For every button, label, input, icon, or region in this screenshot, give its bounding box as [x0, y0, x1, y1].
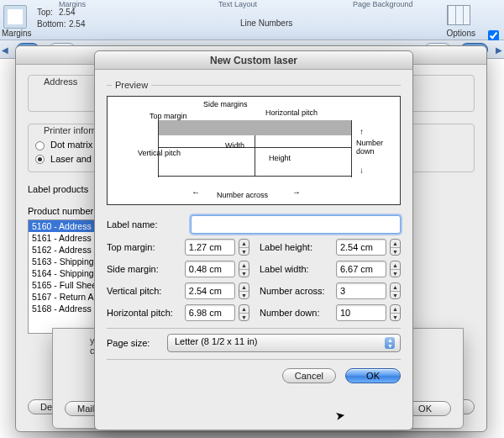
label-width-input[interactable]	[336, 261, 386, 277]
num-down-stepper[interactable]: ▲▼	[390, 304, 401, 321]
label-height-stepper[interactable]: ▲▼	[390, 239, 401, 256]
hpitch-lbl: Horizontal pitch:	[107, 308, 185, 318]
dot-matrix-label: Dot matrix	[50, 140, 92, 150]
radio-dot-matrix[interactable]	[35, 141, 45, 150]
side-margin-lbl: Side margin:	[107, 264, 185, 274]
side-margin-stepper[interactable]: ▲▼	[239, 261, 249, 277]
vpitch-input[interactable]	[185, 282, 235, 299]
margins-button-label[interactable]: Margins	[2, 29, 32, 38]
vpitch-stepper[interactable]: ▲▼	[239, 282, 249, 299]
d-hpitch: Horizontal pitch	[265, 108, 318, 117]
top-margin-label: Top:	[37, 8, 53, 17]
bottom-margin-label: Bottom:	[37, 19, 66, 29]
margins-icon[interactable]	[3, 5, 27, 29]
num-down-lbl: Number down:	[260, 308, 336, 318]
options-icon[interactable]	[447, 5, 470, 25]
preview-label: Preview	[112, 80, 151, 90]
preview-diagram: Top margin Side margins Horizontal pitch…	[107, 96, 401, 205]
side-margin-input[interactable]	[185, 261, 235, 277]
num-across-lbl: Number across:	[260, 286, 336, 296]
page-next-icon[interactable]: ▶	[494, 45, 504, 55]
label-width-lbl: Label width:	[260, 264, 336, 274]
page-size-lbl: Page size:	[107, 338, 167, 348]
vpitch-lbl: Vertical pitch:	[107, 286, 185, 296]
label-width-stepper[interactable]: ▲▼	[390, 261, 401, 277]
address-group-label: Address	[40, 77, 81, 87]
label-height-lbl: Label height:	[260, 242, 336, 252]
ribbon: Margins Margins Top: 2.54 Bottom: 2.54 T…	[0, 0, 504, 40]
custom-titlebar: New Custom laser	[95, 51, 412, 70]
top-margin-input[interactable]	[185, 239, 235, 256]
d-width: Width	[225, 141, 244, 150]
top-margin-value[interactable]: 2.54	[59, 8, 75, 17]
radio-laser[interactable]	[35, 155, 45, 164]
text-layout-header: Text Layout	[218, 0, 257, 8]
d-height: Height	[269, 154, 291, 162]
page-size-select[interactable]: Letter (8 1/2 x 11 in) ▲▼	[167, 334, 401, 352]
ok-button[interactable]: OK	[345, 368, 401, 383]
d-side-margins: Side margins	[203, 100, 248, 108]
bottom-margin-value[interactable]: 2.54	[69, 19, 85, 29]
num-down-input[interactable]	[336, 304, 386, 321]
top-margin-stepper[interactable]: ▲▼	[239, 239, 249, 256]
page-background-header: Page Background	[353, 0, 413, 8]
label-height-input[interactable]	[336, 239, 386, 256]
num-across-input[interactable]	[336, 282, 386, 299]
hpitch-input[interactable]	[185, 304, 235, 321]
top-margin-lbl: Top margin:	[107, 242, 185, 252]
label-name-lbl: Label name:	[107, 219, 191, 230]
options-label[interactable]: Options	[447, 29, 475, 38]
d-top-margin: Top margin	[150, 112, 187, 120]
cursor-icon: ➤	[334, 408, 347, 423]
hpitch-stepper[interactable]: ▲▼	[239, 304, 249, 321]
line-numbers-label[interactable]: Line Numbers	[240, 18, 292, 28]
custom-laser-dialog: New Custom laser Preview Top margin Side…	[94, 50, 413, 430]
cancel-button[interactable]: Cancel	[282, 368, 336, 383]
d-numacross: Number across	[217, 191, 268, 199]
label-name-input[interactable]	[191, 215, 401, 234]
page-size-value: Letter (8 1/2 x 11 in)	[175, 336, 257, 346]
d-numdown: Number down	[356, 139, 400, 156]
d-vpitch: Vertical pitch	[138, 149, 181, 157]
page-prev-icon[interactable]: ◀	[0, 45, 10, 55]
num-across-stepper[interactable]: ▲▼	[390, 282, 401, 299]
